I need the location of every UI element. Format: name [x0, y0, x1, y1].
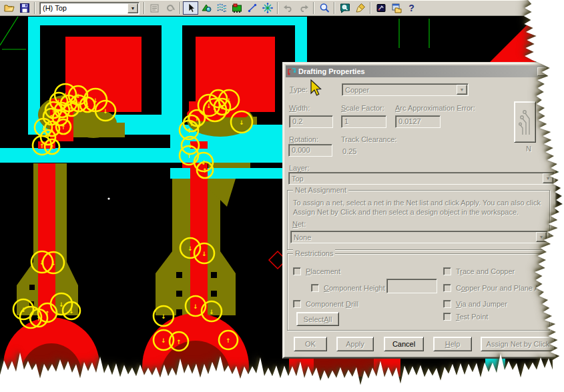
redraw-button[interactable] [162, 1, 178, 15]
save-icon [19, 2, 31, 14]
svg-text:↑: ↑ [186, 127, 192, 134]
rats-nest-button[interactable] [260, 1, 275, 15]
help-button[interactable]: Help [433, 337, 472, 351]
paintbrush-button[interactable] [352, 1, 368, 15]
project-explorer-button[interactable] [388, 1, 404, 15]
zoom-button[interactable] [316, 1, 332, 15]
component-drill-checkbox[interactable] [293, 300, 301, 308]
toolbar-separator [370, 2, 371, 14]
paintbrush-icon [354, 2, 366, 14]
verify-design-button[interactable] [198, 1, 214, 15]
rats-nest-icon [262, 2, 274, 14]
net-query-button[interactable] [337, 1, 352, 15]
svg-text:↑: ↑ [61, 124, 66, 131]
arc-error-label: Arc Approximation Error: [395, 104, 475, 112]
width-field[interactable]: 0.2 [289, 115, 333, 128]
type-combobox[interactable]: Copper ▼ [342, 83, 469, 96]
component-height-field[interactable] [386, 279, 437, 293]
via-and-jumper-checkbox[interactable] [443, 300, 451, 308]
trace-and-copper-checkbox[interactable] [443, 267, 451, 275]
preview-button[interactable] [514, 101, 536, 143]
svg-text:↑: ↑ [202, 167, 208, 174]
select-all-button[interactable]: Select All [296, 312, 339, 326]
open-button[interactable] [1, 1, 17, 15]
add-line-button[interactable] [244, 1, 260, 15]
route-button[interactable] [214, 1, 229, 15]
chevron-down-icon[interactable]: ▼ [543, 173, 553, 183]
trace-preview-icon [517, 105, 533, 139]
save-button[interactable] [17, 1, 32, 15]
board-icon [231, 2, 243, 14]
arc-error-field[interactable]: 0.0127 [395, 115, 441, 128]
ok-button[interactable]: OK [294, 337, 327, 351]
select-mode-button[interactable] [183, 1, 198, 15]
restrictions-group: Restrictions Placement Trace and Copper … [287, 253, 550, 331]
minimize-button[interactable]: _ [537, 67, 547, 76]
dialog-title: Drafting Properties [298, 67, 536, 75]
undo-button[interactable] [280, 1, 296, 15]
cancel-button[interactable]: Cancel [384, 337, 424, 351]
toolbar-separator [34, 2, 35, 14]
layer-combobox[interactable]: (H) Top ▼ [39, 2, 139, 15]
apply-button[interactable]: Apply [336, 337, 374, 351]
svg-text:↓: ↓ [161, 337, 166, 344]
component-height-checkbox[interactable] [311, 284, 319, 292]
restrictions-legend: Restrictions [293, 249, 335, 257]
toolbar-separator [277, 2, 278, 14]
dialog-title-bar[interactable]: Drafting Properties _ [286, 65, 554, 77]
svg-text:↑: ↑ [39, 143, 45, 149]
copper-pour-checkbox[interactable] [443, 284, 451, 292]
rotation-field[interactable]: 0.000 [288, 144, 332, 157]
help-button[interactable]: ? [404, 1, 419, 15]
toolbar-separator [334, 2, 335, 14]
toolbar-separator [313, 2, 314, 14]
svg-text:↓: ↓ [188, 245, 193, 252]
svg-text:↑: ↑ [49, 144, 55, 151]
close-button[interactable] [549, 67, 557, 76]
svg-text:↑: ↑ [226, 337, 231, 344]
type-value: Copper [342, 86, 457, 94]
net-query-icon [339, 2, 351, 14]
svg-text:↓: ↓ [193, 303, 198, 310]
toolbar-separator [180, 2, 181, 14]
placement-checkbox[interactable] [293, 267, 301, 275]
net-assignment-instructions: To assign a net, select a net in the Net… [293, 198, 545, 217]
trace-and-copper-label: Trace and Copper [456, 267, 515, 275]
design-tools-button[interactable] [373, 1, 388, 15]
cut-off-label-fragment: N [526, 145, 531, 153]
svg-text:↓: ↓ [103, 108, 108, 115]
svg-text:↑: ↑ [69, 106, 74, 113]
track-clearance-value: 0.25 [342, 147, 356, 155]
assign-net-by-click-button[interactable]: Assign Net by Click [481, 337, 555, 351]
svg-text:↓: ↓ [161, 313, 166, 320]
net-combobox[interactable]: None ▼ [290, 231, 548, 243]
layer-combobox[interactable]: Top ▼ [288, 172, 555, 185]
via-and-jumper-label: Via and Jumper [456, 300, 507, 308]
design-tools-icon [375, 2, 387, 14]
scale-factor-field[interactable]: 1 [341, 115, 386, 128]
redo-button[interactable] [296, 1, 311, 15]
chevron-down-icon[interactable]: ▼ [457, 85, 467, 95]
test-point-checkbox[interactable] [443, 313, 451, 321]
chevron-down-icon[interactable]: ▼ [536, 232, 547, 242]
net-value: None [291, 233, 536, 241]
origin-dot [107, 197, 109, 199]
svg-text:↓: ↓ [206, 103, 212, 109]
component-height-label: Component Height [324, 284, 385, 292]
svg-text:↑: ↑ [176, 339, 182, 345]
track-clearance-label: Track Clearance: [341, 135, 396, 143]
open-folder-icon [3, 2, 15, 14]
net-label: Net: [292, 220, 306, 228]
chevron-down-icon[interactable]: ▼ [127, 3, 138, 13]
test-point-label: Test Point [456, 313, 488, 321]
redo-icon [298, 2, 310, 14]
svg-text:↓: ↓ [209, 309, 214, 315]
board-button[interactable] [229, 1, 244, 15]
properties-icon [149, 2, 161, 14]
svg-text:↑: ↑ [45, 310, 50, 317]
rotation-label: Rotation: [289, 135, 318, 143]
properties-button[interactable] [147, 1, 162, 15]
svg-text:↓: ↓ [85, 102, 90, 109]
svg-text:↑: ↑ [186, 153, 192, 159]
route-dots-icon [216, 2, 228, 14]
